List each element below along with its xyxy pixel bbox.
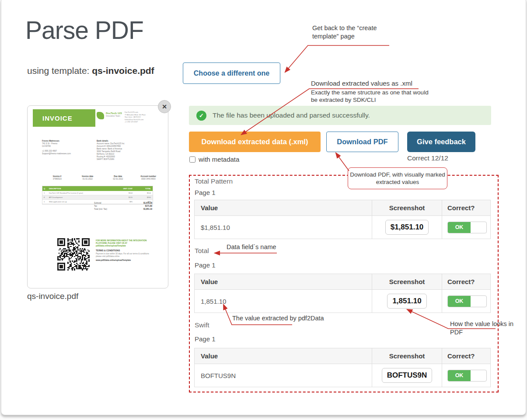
section-page: Page 1 bbox=[195, 261, 216, 269]
annotation-download-xml-sub: Exactly the same structure as one that w… bbox=[311, 89, 430, 104]
toggle-ok-label: OK bbox=[448, 222, 471, 233]
template-subtitle: using template: qs-invoice.pdf bbox=[27, 66, 154, 76]
col-correct: Correct? bbox=[442, 200, 490, 215]
vendor-address: DocTech123.com77 Almaden Blvd, 5th Floor… bbox=[125, 111, 162, 123]
section-name-total: Total bbox=[195, 247, 209, 255]
toggle-ok-label: OK bbox=[448, 296, 471, 307]
screenshot-value-box: BOFTUS9N bbox=[382, 368, 433, 383]
section-page: Page 1 bbox=[195, 189, 216, 196]
with-metadata-checkbox[interactable] bbox=[189, 156, 195, 163]
results-table-swift: Value Screenshot Correct? BOFTUS9N BOFTU… bbox=[194, 348, 491, 387]
col-correct: Correct? bbox=[442, 348, 490, 364]
col-correct: Correct? bbox=[442, 274, 490, 289]
correct-toggle[interactable]: OK bbox=[447, 295, 487, 307]
download-xml-button[interactable]: Download extracted data (.xml) bbox=[189, 132, 321, 152]
invoice-website: www.pdf2data.online/uploadTemplate bbox=[96, 259, 154, 261]
invoice-footer: FOR MORE INFORMATION ABOUT THE INTEGRATI… bbox=[96, 240, 154, 261]
template-name: qs-invoice.pdf bbox=[92, 66, 154, 76]
thumbnail-caption: qs-invoice.pdf bbox=[27, 292, 78, 301]
promo-text: FOR MORE INFORMATION ABOUT THE INTEGRATI… bbox=[96, 240, 154, 247]
invoice-thumbnail[interactable]: INVOICE DocTech 123 Innovative Team DocT… bbox=[27, 105, 168, 288]
toggle-ok-label: OK bbox=[448, 370, 471, 381]
alert-message: The file has been uploaded and parsed su… bbox=[213, 111, 370, 119]
subtitle-prefix: using template: bbox=[27, 66, 92, 76]
logo-tagline: Innovative Team bbox=[106, 115, 122, 118]
results-table-total: Value Screenshot Correct? 1,851.10 1,851… bbox=[194, 274, 491, 313]
choose-different-template-button[interactable]: Choose a different one bbox=[183, 62, 280, 84]
invoice-preview: INVOICE DocTech 123 Innovative Team DocT… bbox=[28, 106, 168, 288]
annotation-download-xml-title: Download extracted values as .xml bbox=[311, 79, 412, 87]
screenshot-value-box: $1,851.10 bbox=[385, 220, 429, 235]
col-value: Value bbox=[195, 200, 372, 215]
results-table-total-pattern: Value Screenshot Correct? $1,851.10 $1,8… bbox=[194, 200, 491, 239]
extracted-value-cell: $1,851.10 bbox=[195, 216, 372, 239]
col-screenshot: Screenshot bbox=[372, 274, 442, 289]
check-circle-icon: ✓ bbox=[196, 111, 206, 121]
bank-details: Bank detailsAccount name: DocTech123 Inc… bbox=[97, 140, 154, 161]
section-name-total-pattern: Total Pattern bbox=[195, 177, 233, 185]
toggle-off-half bbox=[471, 222, 486, 233]
annotation-back-to-template: Get back to the “create template” page bbox=[312, 24, 390, 41]
correct-toggle[interactable]: OK bbox=[447, 370, 487, 382]
page-title: Parse PDF bbox=[25, 16, 143, 45]
col-screenshot: Screenshot bbox=[372, 200, 442, 215]
terms-title: TERMS & CONDITIONS bbox=[96, 249, 154, 252]
toggle-off-half bbox=[471, 296, 486, 307]
with-metadata-checkbox-row[interactable]: with metadata bbox=[189, 156, 239, 163]
invoice-header-bar: INVOICE bbox=[33, 109, 95, 127]
extracted-value-cell: BOFTUS9N bbox=[195, 364, 372, 387]
col-screenshot: Screenshot bbox=[372, 348, 442, 364]
table-row: 1,851.10 1,851.10 OK bbox=[195, 290, 490, 312]
annotation-marked-pdf-callout: Download PDF, with visually marked extra… bbox=[348, 167, 447, 189]
invoice-logo: DocTech 123 Innovative Team bbox=[97, 112, 122, 119]
customer-address: Fresno Mattresses741 S St - FresnoCA 937… bbox=[42, 140, 94, 155]
table-row: $1,851.10 $1,851.10 OK bbox=[195, 216, 490, 239]
col-value: Value bbox=[195, 274, 372, 289]
parse-pdf-page: Parse PDF using template: qs-invoice.pdf… bbox=[0, 0, 527, 420]
download-pdf-button[interactable]: Download PDF bbox=[326, 132, 398, 152]
table-header: Value Screenshot Correct? bbox=[195, 348, 490, 364]
with-metadata-label: with metadata bbox=[199, 156, 239, 163]
table-row: BOFTUS9N BOFTUS9N OK bbox=[195, 364, 490, 387]
success-alert: ✓ The file has been uploaded and parsed … bbox=[189, 106, 491, 125]
screenshot-value-box: 1,851.10 bbox=[387, 294, 426, 309]
correct-toggle[interactable]: OK bbox=[447, 222, 487, 233]
toggle-off-half bbox=[471, 370, 486, 381]
extracted-value-cell: 1,851.10 bbox=[195, 290, 372, 312]
logo-name: DocTech 123 bbox=[106, 112, 122, 115]
close-icon[interactable]: ✕ bbox=[158, 100, 171, 113]
give-feedback-button[interactable]: Give feedback bbox=[407, 132, 475, 152]
table-header: Value Screenshot Correct? bbox=[195, 274, 490, 290]
section-page: Page 1 bbox=[195, 335, 216, 343]
invoice-totals: Subtotal$1,679.30 Tax$171.80 Total (incl… bbox=[94, 201, 152, 211]
qr-code bbox=[57, 238, 90, 271]
col-value: Value bbox=[195, 348, 372, 364]
terms-body: Payment is due within 30 days. For all o… bbox=[96, 253, 154, 257]
invoice-meta-row: Invoice #37980023 Invoice date01-01-2022… bbox=[42, 175, 164, 180]
logo-leaf-icon bbox=[97, 112, 104, 119]
section-name-swift: Swift bbox=[195, 321, 209, 329]
correct-count: Correct 12/12 bbox=[407, 154, 448, 162]
table-header: Value Screenshot Correct? bbox=[195, 200, 490, 216]
